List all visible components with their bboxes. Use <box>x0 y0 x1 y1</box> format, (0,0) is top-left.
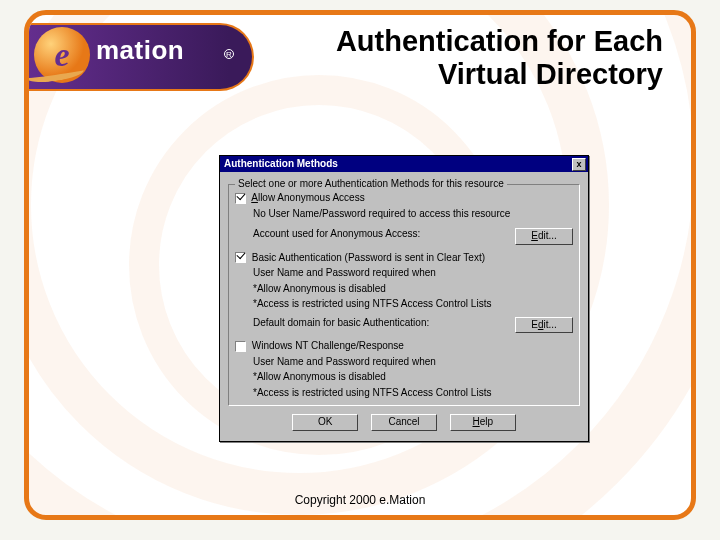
basic-domain-label: Default domain for basic Authentication: <box>253 317 429 328</box>
basic-domain-row: Default domain for basic Authentication:… <box>253 317 573 330</box>
help-button[interactable]: Help <box>450 414 516 431</box>
copyright: Copyright 2000 e.Mation <box>29 493 691 507</box>
ntlm-line1: User Name and Password required when <box>253 356 573 369</box>
checkbox-basic[interactable] <box>235 252 246 263</box>
anon-account-label: Account used for Anonymous Access: <box>253 228 420 239</box>
slide-title: Authentication for Each Virtual Director… <box>283 25 663 92</box>
ntlm-label: Windows NT Challenge/Response <box>252 340 404 351</box>
anon-label: Allow Anonymous Access <box>251 192 364 203</box>
basic-label: Basic Authentication (Password is sent i… <box>252 252 485 263</box>
basic-edit-button[interactable]: Edit... <box>515 317 573 334</box>
basic-line3: *Access is restricted using NTFS Access … <box>253 298 573 311</box>
checkbox-ntlm[interactable] <box>235 341 246 352</box>
auth-methods-dialog: Authentication Methods x Select one or m… <box>219 155 589 442</box>
group-legend: Select one or more Authentication Method… <box>235 178 507 191</box>
dialog-buttons: OK Cancel Help <box>228 406 580 433</box>
dialog-body: Select one or more Authentication Method… <box>220 172 588 441</box>
logo: e mation R <box>24 23 254 98</box>
basic-line1: User Name and Password required when <box>253 267 573 280</box>
basic-row: Basic Authentication (Password is sent i… <box>235 252 573 265</box>
ntlm-line3: *Access is restricted using NTFS Access … <box>253 387 573 400</box>
ntlm-line2: *Allow Anonymous is disabled <box>253 371 573 384</box>
slide-frame: e mation R Authentication for Each Virtu… <box>24 10 696 520</box>
basic-line2: *Allow Anonymous is disabled <box>253 283 573 296</box>
registered-icon: R <box>224 49 234 59</box>
dialog-title: Authentication Methods <box>224 158 338 171</box>
auth-group: Select one or more Authentication Method… <box>228 184 580 406</box>
logo-text: mation <box>96 37 184 63</box>
anon-desc: No User Name/Password required to access… <box>253 208 573 221</box>
dialog-titlebar[interactable]: Authentication Methods x <box>220 156 588 172</box>
anon-row: Allow Anonymous Access <box>235 192 573 205</box>
ntlm-row: Windows NT Challenge/Response <box>235 340 573 353</box>
anon-edit-button[interactable]: Edit... <box>515 228 573 245</box>
checkbox-anonymous[interactable] <box>235 193 246 204</box>
anon-account-row: Account used for Anonymous Access: Edit.… <box>253 228 573 241</box>
cancel-button[interactable]: Cancel <box>371 414 437 431</box>
close-button[interactable]: x <box>572 158 586 171</box>
ok-button[interactable]: OK <box>292 414 358 431</box>
